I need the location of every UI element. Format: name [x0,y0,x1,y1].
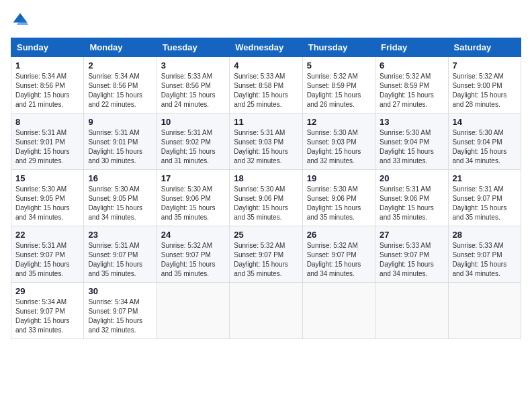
day-info: Sunrise: 5:34 AMSunset: 9:07 PMDaylight:… [88,298,152,335]
day-number: 13 [380,117,443,127]
calendar-cell: 2Sunrise: 5:34 AMSunset: 8:56 PMDaylight… [84,57,157,113]
day-info: Sunrise: 5:30 AMSunset: 9:06 PMDaylight:… [234,185,298,222]
calendar-cell: 26Sunrise: 5:32 AMSunset: 9:07 PMDayligh… [302,226,375,283]
calendar-cell: 3Sunrise: 5:33 AMSunset: 8:56 PMDaylight… [157,57,229,113]
calendar-cell [302,283,375,339]
day-number: 11 [234,117,298,127]
day-number: 20 [380,173,443,183]
day-info: Sunrise: 5:31 AMSunset: 9:07 PMDaylight:… [88,241,152,279]
day-number: 29 [15,286,79,296]
day-number: 3 [161,60,225,71]
calendar-week-row: 29Sunrise: 5:34 AMSunset: 9:07 PMDayligh… [11,283,521,339]
day-info: Sunrise: 5:30 AMSunset: 9:05 PMDaylight:… [15,185,79,222]
calendar-cell: 9Sunrise: 5:31 AMSunset: 9:01 PMDaylight… [84,113,157,170]
day-number: 2 [88,60,152,71]
calendar-cell [375,283,448,339]
calendar-cell: 27Sunrise: 5:33 AMSunset: 9:07 PMDayligh… [375,226,448,283]
calendar-cell: 30Sunrise: 5:34 AMSunset: 9:07 PMDayligh… [84,283,157,339]
day-info: Sunrise: 5:33 AMSunset: 9:07 PMDaylight:… [453,241,517,279]
calendar-cell: 21Sunrise: 5:31 AMSunset: 9:07 PMDayligh… [448,170,521,226]
day-number: 9 [88,117,152,127]
calendar-week-row: 8Sunrise: 5:31 AMSunset: 9:01 PMDaylight… [11,113,521,170]
calendar-week-row: 15Sunrise: 5:30 AMSunset: 9:05 PMDayligh… [11,170,521,226]
day-info: Sunrise: 5:32 AMSunset: 9:07 PMDaylight:… [307,241,371,279]
calendar-cell: 11Sunrise: 5:31 AMSunset: 9:03 PMDayligh… [230,113,302,170]
day-number: 30 [88,286,152,296]
calendar-cell: 12Sunrise: 5:30 AMSunset: 9:03 PMDayligh… [302,113,375,170]
calendar-cell: 20Sunrise: 5:31 AMSunset: 9:06 PMDayligh… [375,170,448,226]
calendar-cell: 13Sunrise: 5:30 AMSunset: 9:04 PMDayligh… [375,113,448,170]
day-info: Sunrise: 5:30 AMSunset: 9:04 PMDaylight:… [453,128,517,166]
calendar-header-tuesday: Tuesday [157,38,229,57]
calendar-cell: 5Sunrise: 5:32 AMSunset: 8:59 PMDaylight… [302,57,375,113]
day-info: Sunrise: 5:31 AMSunset: 9:07 PMDaylight:… [15,241,79,279]
calendar-cell [157,283,229,339]
calendar-cell [448,283,521,339]
day-info: Sunrise: 5:30 AMSunset: 9:06 PMDaylight:… [161,185,225,222]
day-info: Sunrise: 5:31 AMSunset: 9:01 PMDaylight:… [88,128,152,166]
calendar-cell: 25Sunrise: 5:32 AMSunset: 9:07 PMDayligh… [230,226,302,283]
day-info: Sunrise: 5:31 AMSunset: 9:06 PMDaylight:… [380,185,443,222]
calendar-cell [230,283,302,339]
calendar-header-thursday: Thursday [302,38,375,57]
day-info: Sunrise: 5:32 AMSunset: 9:00 PMDaylight:… [453,72,517,109]
calendar-cell: 28Sunrise: 5:33 AMSunset: 9:07 PMDayligh… [448,226,521,283]
calendar-cell: 15Sunrise: 5:30 AMSunset: 9:05 PMDayligh… [11,170,84,226]
day-number: 7 [453,60,517,71]
day-info: Sunrise: 5:32 AMSunset: 8:59 PMDaylight:… [307,72,371,109]
day-number: 16 [88,173,152,183]
day-number: 23 [88,230,152,240]
day-info: Sunrise: 5:33 AMSunset: 9:07 PMDaylight:… [380,241,443,279]
day-info: Sunrise: 5:31 AMSunset: 9:01 PMDaylight:… [15,128,79,166]
day-info: Sunrise: 5:30 AMSunset: 9:05 PMDaylight:… [88,185,152,222]
calendar-week-row: 1Sunrise: 5:34 AMSunset: 8:56 PMDaylight… [11,57,521,113]
day-info: Sunrise: 5:31 AMSunset: 9:03 PMDaylight:… [234,128,298,166]
calendar-cell: 8Sunrise: 5:31 AMSunset: 9:01 PMDaylight… [11,113,84,170]
calendar-cell: 19Sunrise: 5:30 AMSunset: 9:06 PMDayligh… [302,170,375,226]
calendar-cell: 10Sunrise: 5:31 AMSunset: 9:02 PMDayligh… [157,113,229,170]
day-number: 25 [234,230,298,240]
day-number: 10 [161,117,225,127]
day-number: 21 [453,173,517,183]
day-number: 22 [15,230,79,240]
day-number: 14 [453,117,517,127]
day-info: Sunrise: 5:31 AMSunset: 9:02 PMDaylight:… [161,128,225,166]
day-number: 5 [307,60,371,71]
calendar-cell: 7Sunrise: 5:32 AMSunset: 9:00 PMDaylight… [448,57,521,113]
day-info: Sunrise: 5:30 AMSunset: 9:04 PMDaylight:… [380,128,443,166]
calendar-header-sunday: Sunday [11,38,84,57]
day-info: Sunrise: 5:32 AMSunset: 9:07 PMDaylight:… [161,241,225,279]
day-number: 15 [15,173,79,183]
calendar-week-row: 22Sunrise: 5:31 AMSunset: 9:07 PMDayligh… [11,226,521,283]
day-number: 4 [234,60,298,71]
day-info: Sunrise: 5:32 AMSunset: 9:07 PMDaylight:… [234,241,298,279]
calendar-table: SundayMondayTuesdayWednesdayThursdayFrid… [11,38,521,339]
calendar-cell: 16Sunrise: 5:30 AMSunset: 9:05 PMDayligh… [84,170,157,226]
calendar-cell: 29Sunrise: 5:34 AMSunset: 9:07 PMDayligh… [11,283,84,339]
day-info: Sunrise: 5:34 AMSunset: 8:56 PMDaylight:… [88,72,152,109]
day-number: 18 [234,173,298,183]
calendar-header-monday: Monday [84,38,157,57]
calendar-cell: 23Sunrise: 5:31 AMSunset: 9:07 PMDayligh… [84,226,157,283]
calendar-header-row: SundayMondayTuesdayWednesdayThursdayFrid… [11,38,521,57]
day-info: Sunrise: 5:32 AMSunset: 8:59 PMDaylight:… [380,72,443,109]
calendar-cell: 24Sunrise: 5:32 AMSunset: 9:07 PMDayligh… [157,226,229,283]
day-number: 8 [15,117,79,127]
calendar-cell: 4Sunrise: 5:33 AMSunset: 8:58 PMDaylight… [230,57,302,113]
day-info: Sunrise: 5:33 AMSunset: 8:56 PMDaylight:… [161,72,225,109]
calendar-cell: 14Sunrise: 5:30 AMSunset: 9:04 PMDayligh… [448,113,521,170]
calendar-cell: 17Sunrise: 5:30 AMSunset: 9:06 PMDayligh… [157,170,229,226]
calendar-header-friday: Friday [375,38,448,57]
day-number: 24 [161,230,225,240]
calendar-header-wednesday: Wednesday [230,38,302,57]
day-info: Sunrise: 5:34 AMSunset: 9:07 PMDaylight:… [15,298,79,335]
calendar-cell: 22Sunrise: 5:31 AMSunset: 9:07 PMDayligh… [11,226,84,283]
logo-icon [11,11,30,30]
day-number: 28 [453,230,517,240]
day-number: 17 [161,173,225,183]
calendar-cell: 1Sunrise: 5:34 AMSunset: 8:56 PMDaylight… [11,57,84,113]
page-header [11,11,521,30]
calendar-header-saturday: Saturday [448,38,521,57]
day-number: 6 [380,60,443,71]
day-number: 12 [307,117,371,127]
